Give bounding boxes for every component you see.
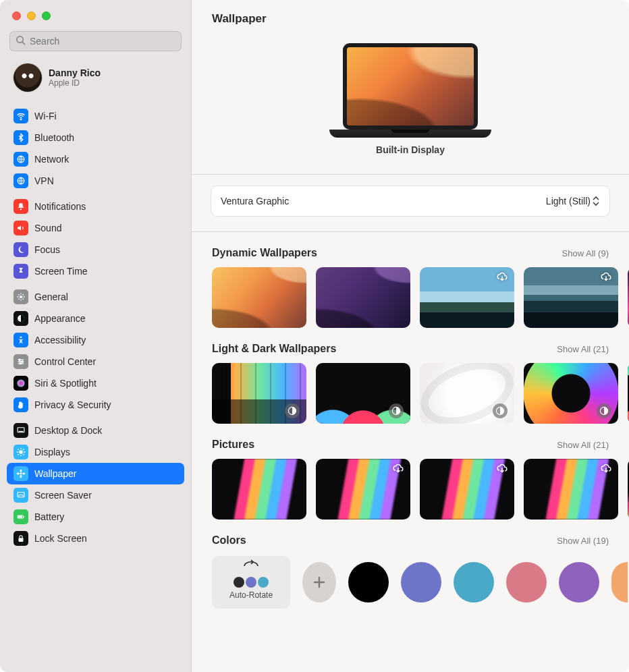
wallpaper-thumb[interactable]: [420, 459, 514, 520]
sidebar-item-notifications[interactable]: Notifications: [7, 196, 184, 217]
wallpaper-thumb[interactable]: [420, 267, 514, 328]
sidebar-item-control-center[interactable]: Control Center: [7, 351, 184, 372]
add-color-button[interactable]: [302, 562, 336, 603]
wallpaper-thumb[interactable]: [524, 363, 618, 424]
light-dark-icon: [389, 403, 404, 418]
search-field[interactable]: [9, 31, 182, 51]
sidebar-item-label: Lock Screen: [34, 533, 87, 544]
color-swatch[interactable]: [348, 562, 389, 603]
auto-rotate-button[interactable]: Auto-Rotate: [212, 556, 290, 609]
sidebar-item-label: Wallpaper: [34, 468, 77, 479]
sidebar-item-network[interactable]: Network: [7, 148, 184, 170]
sidebar-item-lock-screen[interactable]: Lock Screen: [7, 528, 184, 549]
search-input[interactable]: [30, 36, 175, 47]
svg-point-10: [22, 361, 23, 362]
moon-icon: [13, 242, 28, 257]
globe-icon: [13, 173, 28, 188]
svg-point-16: [20, 473, 22, 475]
close-window-button[interactable]: [12, 11, 21, 20]
svg-rect-23: [18, 516, 22, 518]
section-title: Light & Dark Wallpapers: [212, 343, 336, 355]
bluetooth-icon: [13, 130, 28, 145]
gear-icon: [13, 289, 28, 304]
screensaver-icon: [13, 488, 28, 503]
svg-point-11: [20, 363, 21, 364]
sidebar-item-accessibility[interactable]: Accessibility: [7, 329, 184, 351]
wallpaper-thumb[interactable]: [524, 267, 618, 328]
sidebar-item-label: Notifications: [34, 201, 86, 212]
svg-line-1: [22, 42, 25, 45]
sidebar-item-siri-spotlight[interactable]: Siri & Spotlight: [7, 372, 184, 394]
lock-icon: [13, 531, 28, 546]
sidebar-item-label: Focus: [34, 244, 60, 255]
chevron-updown-icon: [592, 196, 600, 206]
svg-point-6: [20, 296, 22, 298]
wallpaper-thumb[interactable]: [212, 459, 306, 520]
sidebar-item-label: Desktop & Dock: [34, 425, 102, 436]
hourglass-icon: [13, 264, 28, 279]
sidebar-item-label: Wi-Fi: [34, 111, 57, 121]
sidebar: Danny Rico Apple ID Wi-FiBluetoothNetwor…: [0, 0, 192, 672]
show-all-dynamic[interactable]: Show All (9): [562, 248, 609, 258]
main-pane: Wallpaper Built-in Display Ventura Graph…: [192, 0, 629, 672]
accessibility-icon: [13, 333, 28, 347]
color-swatch[interactable]: [401, 562, 441, 603]
color-swatch[interactable]: [506, 562, 547, 603]
preview-screen: [343, 43, 478, 130]
sidebar-item-battery[interactable]: Battery: [7, 506, 184, 528]
sidebar-item-sound[interactable]: Sound: [7, 217, 184, 239]
sidebar-item-focus[interactable]: Focus: [7, 239, 184, 260]
sun-icon: [13, 445, 28, 459]
wallpaper-thumb[interactable]: [212, 267, 306, 328]
sidebar-item-screen-saver[interactable]: Screen Saver: [7, 484, 184, 506]
sidebar-item-vpn[interactable]: VPN: [7, 170, 184, 192]
wallpaper-thumb[interactable]: [524, 459, 618, 520]
apple-id-account[interactable]: Danny Rico Apple ID: [0, 58, 191, 101]
wallpaper-thumb[interactable]: [420, 363, 514, 424]
cloud-download-icon: [599, 271, 613, 284]
show-all-lightdark[interactable]: Show All (21): [557, 344, 609, 354]
wallpaper-thumb[interactable]: [316, 267, 410, 328]
wallpaper-thumb[interactable]: [316, 363, 410, 424]
show-all-colors[interactable]: Show All (19): [557, 536, 609, 546]
sidebar-item-wallpaper[interactable]: Wallpaper: [7, 463, 184, 484]
sidebar-item-general[interactable]: General: [7, 286, 184, 308]
sidebar-item-label: Bluetooth: [34, 132, 74, 143]
display-preview: Built-in Display: [192, 31, 629, 175]
page-header: Wallpaper: [192, 0, 629, 31]
siri-icon: [13, 376, 28, 391]
sidebar-item-displays[interactable]: Displays: [7, 441, 184, 463]
sidebar-item-appearance[interactable]: Appearance: [7, 308, 184, 329]
sidebar-item-desktop-dock[interactable]: Desktop & Dock: [7, 420, 184, 441]
sidebar-item-screen-time[interactable]: Screen Time: [7, 260, 184, 282]
svg-point-17: [20, 470, 22, 472]
color-swatch[interactable]: [559, 562, 599, 603]
wallpaper-thumb[interactable]: [316, 459, 410, 520]
wallpaper-thumb[interactable]: [212, 363, 306, 424]
hand-icon: [13, 397, 28, 412]
globe-icon: [13, 152, 28, 167]
sliders-icon: [13, 354, 28, 369]
wallpaper-mode-select[interactable]: Light (Still): [546, 196, 600, 206]
color-swatch[interactable]: [454, 562, 494, 603]
light-dark-icon: [597, 403, 611, 418]
color-swatch[interactable]: [611, 562, 628, 603]
flower-icon: [13, 466, 28, 481]
svg-rect-24: [24, 516, 24, 517]
minimize-window-button[interactable]: [27, 11, 36, 20]
window-controls: [0, 0, 191, 31]
sidebar-item-label: Appearance: [34, 313, 86, 324]
show-all-pictures[interactable]: Show All (21): [557, 440, 609, 450]
sidebar-item-label: Siri & Spotlight: [34, 378, 97, 389]
svg-point-15: [19, 450, 23, 454]
section-colors: Colors Show All (19) Auto-Rotate: [212, 520, 629, 609]
sidebar-item-privacy-security[interactable]: Privacy & Security: [7, 394, 184, 416]
account-name: Danny Rico: [49, 67, 101, 78]
zoom-window-button[interactable]: [42, 11, 51, 20]
sidebar-item-wi-fi[interactable]: Wi-Fi: [7, 105, 184, 127]
cloud-download-icon: [391, 463, 405, 476]
sidebar-item-label: VPN: [34, 175, 54, 186]
sidebar-item-bluetooth[interactable]: Bluetooth: [7, 127, 184, 148]
search-icon: [16, 35, 26, 47]
svg-point-2: [20, 119, 21, 119]
